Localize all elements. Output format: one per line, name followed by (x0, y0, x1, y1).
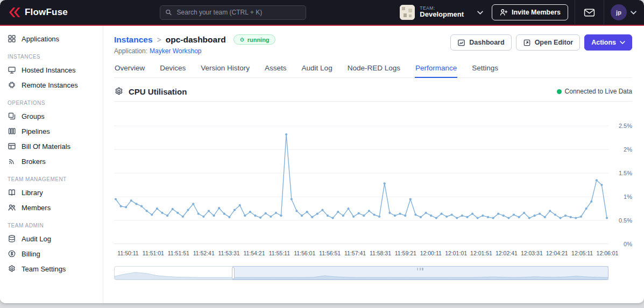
tab-node-red-logs[interactable]: Node-RED Logs (347, 64, 401, 77)
applications-grid-icon (8, 34, 16, 43)
x-tick-label: 11:52:41 (193, 250, 215, 256)
sidebar-item-members[interactable]: Members (0, 200, 103, 215)
application-label: Application: (114, 47, 147, 55)
y-tick-label: 0% (624, 241, 632, 247)
y-tick-label: 2.5% (619, 123, 632, 129)
tab-overview[interactable]: Overview (114, 64, 145, 77)
tab-audit-log[interactable]: Audit Log (301, 64, 333, 77)
live-data-status: Connected to Live Data (557, 88, 632, 95)
sidebar-item-pipelines[interactable]: Pipelines (0, 124, 103, 139)
x-tick-label: 12:05:11 (571, 250, 593, 256)
x-tick-label: 11:55:11 (269, 250, 290, 256)
sidebar-item-team-settings[interactable]: Team Settings (0, 261, 103, 276)
x-tick-label: 11:56:51 (319, 250, 341, 256)
user-menu[interactable]: jp (611, 4, 636, 20)
library-book-icon (8, 188, 16, 197)
sidebar-section-team-admin: TEAM ADMIN (0, 215, 103, 231)
team-selector[interactable]: TEAM: Development (398, 4, 485, 21)
x-tick-label: 11:56:01 (294, 250, 315, 256)
y-tick-label: 0.5% (619, 217, 632, 224)
team-settings-cog-icon (8, 264, 16, 273)
navigator-left-handle[interactable] (232, 267, 235, 279)
search-input[interactable] (176, 8, 301, 17)
sidebar-item-audit-log[interactable]: Audit Log (0, 231, 103, 246)
brand[interactable]: FlowFuse (8, 6, 68, 19)
tab-assets[interactable]: Assets (264, 64, 287, 77)
status-badge: running (233, 34, 275, 45)
sidebar-item-applications[interactable]: Applications (0, 31, 103, 46)
y-tick-label: 2% (624, 146, 632, 153)
dashboard-button[interactable]: Dashboard (450, 34, 511, 51)
sidebar-item-billing[interactable]: Billing (0, 246, 103, 261)
tab-version-history[interactable]: Version History (200, 64, 250, 77)
y-axis-labels: 0%0.5%1%1.5%2%2.5% (611, 107, 632, 244)
cpu-chart-plot[interactable] (114, 107, 608, 244)
x-tick-label: 12:00:11 (420, 250, 442, 256)
x-axis-labels: 11:50:1111:51:0111:51:5111:52:4111:53:31… (114, 248, 608, 261)
x-tick-label: 11:50:11 (117, 250, 138, 256)
dashboard-icon (457, 39, 465, 47)
sidebar-item-bill-of-materials[interactable]: Bill Of Materials (0, 139, 103, 154)
x-tick-label: 12:06:01 (597, 250, 619, 256)
invite-members-label: Invite Members (512, 9, 561, 16)
chart-title: CPU Utilisation (129, 87, 187, 96)
team-avatar (400, 5, 415, 20)
user-add-icon (499, 8, 508, 17)
sidebar-item-hosted-instances[interactable]: Hosted Instances (0, 62, 103, 77)
pipelines-icon (8, 127, 16, 135)
open-editor-button[interactable]: Open Editor (516, 34, 581, 51)
open-editor-icon (523, 39, 531, 47)
members-users-icon (8, 203, 16, 212)
search-icon (165, 9, 172, 16)
x-tick-label: 11:59:21 (395, 250, 416, 256)
x-tick-label: 11:51:51 (168, 250, 189, 256)
chevron-down-icon (631, 11, 636, 15)
tab-devices[interactable]: Devices (159, 64, 186, 77)
billing-currency-icon (8, 249, 16, 258)
chevron-down-icon (477, 11, 483, 15)
x-tick-label: 11:53:31 (218, 250, 240, 256)
application-link[interactable]: Mayker Workshop (150, 47, 201, 55)
navigator-grip-icon[interactable] (417, 268, 424, 270)
x-tick-label: 12:01:01 (445, 250, 467, 256)
sidebar-item-label: Library (22, 189, 43, 197)
team-search-box[interactable] (160, 5, 306, 20)
x-tick-label: 11:51:01 (143, 250, 164, 256)
x-tick-label: 12:04:21 (546, 250, 568, 256)
sidebar-item-brokers[interactable]: Brokers (0, 154, 103, 169)
sidebar-section-operations: OPERATIONS (0, 92, 103, 109)
sidebar-section-instances: INSTANCES (0, 46, 103, 62)
instance-name: opc-dashboard (166, 35, 226, 45)
chevron-down-icon (620, 41, 625, 44)
live-status-label: Connected to Live Data (565, 88, 632, 95)
tab-bar: Overview Devices Version History Assets … (114, 64, 632, 78)
hosted-instances-icon (8, 66, 16, 74)
power-icon (239, 37, 245, 42)
actions-button[interactable]: Actions (584, 34, 632, 51)
breadcrumb-instances-link[interactable]: Instances (114, 35, 153, 45)
tab-settings[interactable]: Settings (471, 64, 499, 77)
notifications-button[interactable] (575, 0, 604, 25)
sidebar-item-remote-instances[interactable]: Remote Instances (0, 77, 103, 92)
x-tick-label: 12:01:51 (470, 250, 492, 256)
x-tick-label: 12:02:41 (496, 250, 518, 256)
app-window: FlowFuse TEAM: Development (0, 0, 644, 303)
sidebar-section-team-management: TEAM MANAGEMENT (0, 169, 103, 185)
sidebar-item-groups[interactable]: Groups (0, 109, 103, 124)
sidebar-item-library[interactable]: Library (0, 185, 103, 200)
x-tick-label: 11:57:41 (344, 250, 366, 256)
groups-icon (8, 112, 16, 120)
sidebar-item-label: Applications (22, 35, 59, 43)
x-tick-label: 11:54:21 (243, 250, 265, 256)
navigator-selection[interactable] (233, 267, 608, 280)
invite-members-button[interactable]: Invite Members (492, 4, 568, 20)
sidebar-item-label: Members (22, 204, 51, 212)
x-tick-label: 12:03:31 (521, 250, 543, 256)
dashboard-button-label: Dashboard (469, 39, 504, 46)
tab-performance[interactable]: Performance (415, 64, 457, 78)
chart-navigator[interactable] (114, 266, 608, 280)
sidebar-item-label: Pipelines (22, 127, 50, 135)
cpu-chart: 0%0.5%1%1.5%2%2.5% 11:50:1111:51:0111:51… (114, 107, 632, 280)
bill-of-materials-table-icon (8, 142, 16, 151)
actions-button-label: Actions (591, 39, 616, 46)
